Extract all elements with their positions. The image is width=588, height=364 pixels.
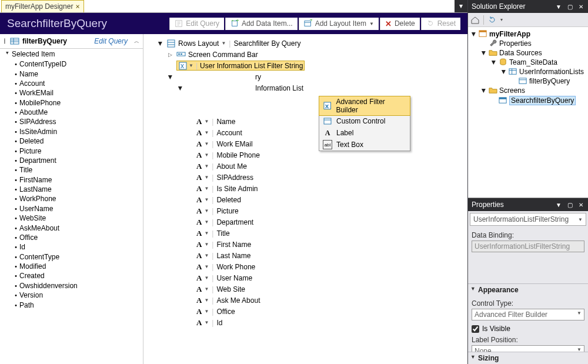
chevron-down-icon[interactable]: ▼ <box>204 309 209 314</box>
field-node[interactable]: A▼|Deleted <box>156 194 467 205</box>
field-node[interactable]: A▼|Web Site <box>156 283 467 295</box>
data-item[interactable]: •WorkEMail <box>4 88 143 98</box>
properties-object-selector[interactable]: UserInformationListFilterString ▼ <box>470 213 586 226</box>
appearance-section[interactable]: ▸ Appearance <box>468 283 588 296</box>
data-item[interactable]: •SIPAddress <box>4 117 143 126</box>
caret-icon[interactable]: ▶ <box>178 84 183 92</box>
data-item[interactable]: •AskMeAbout <box>4 223 143 232</box>
field-node[interactable]: A▼|Office <box>156 306 467 317</box>
caret-icon[interactable]: ▶ <box>168 73 173 81</box>
refresh-icon[interactable] <box>487 15 497 25</box>
chevron-down-icon[interactable]: ▼ <box>204 197 209 202</box>
pin-icon[interactable]: ▢ <box>566 202 574 208</box>
menu-item-label[interactable]: A Label <box>319 127 410 139</box>
chevron-down-icon[interactable]: ▼ <box>204 242 209 247</box>
chevron-down-icon[interactable]: ▾ <box>500 17 503 22</box>
label-position-select[interactable]: None ▼ <box>472 345 584 352</box>
chevron-up-icon[interactable]: ︿ <box>134 38 139 45</box>
data-items-list[interactable]: ▸ Selected Item •ContentTypeID•Name•Acco… <box>0 49 143 364</box>
chevron-down-icon[interactable]: ▼ <box>204 320 209 325</box>
chevron-down-icon[interactable]: ▼ <box>204 152 209 158</box>
reset-button[interactable]: Reset <box>421 18 460 30</box>
data-item[interactable]: •Deleted <box>4 136 143 146</box>
solution-explorer-tree[interactable]: ▶ myFilterApp Properties ▶ Data Sources … <box>468 27 588 198</box>
chevron-down-icon[interactable]: ▼ <box>204 208 209 213</box>
caret-icon[interactable]: ▶ <box>491 59 497 66</box>
chevron-down-icon[interactable]: ▼ <box>204 275 209 280</box>
caret-icon[interactable]: ▶ <box>471 31 477 38</box>
close-icon[interactable]: ✕ <box>577 4 584 10</box>
chevron-down-icon[interactable]: ▼ <box>204 298 209 303</box>
data-item[interactable]: •Title <box>4 165 143 175</box>
checkbox[interactable] <box>472 325 479 333</box>
data-item[interactable]: •UserName <box>4 204 143 213</box>
field-node[interactable]: A▼|Department <box>156 216 467 228</box>
app-node[interactable]: ▶ myFilterApp <box>470 29 587 39</box>
caret-icon[interactable]: ▶ <box>481 50 487 56</box>
dropdown-icon[interactable]: ▼ <box>554 202 563 208</box>
data-item[interactable]: •Name <box>4 69 143 78</box>
data-item[interactable]: •ContentTypeID <box>4 59 143 69</box>
field-node[interactable]: A▼|Ask Me About <box>156 295 467 306</box>
data-item[interactable]: •AboutMe <box>4 108 143 117</box>
data-item[interactable]: •Picture <box>4 146 143 155</box>
chevron-down-icon[interactable]: ▼ <box>204 264 209 269</box>
chevron-down-icon[interactable]: ▼ <box>204 175 209 180</box>
chevron-down-icon[interactable]: ▼ <box>204 219 209 225</box>
data-item[interactable]: •ContentType <box>4 252 143 262</box>
data-item[interactable]: •Owshiddenversion <box>4 281 143 290</box>
data-panel-header[interactable]: ⁞ filterByQuery Edit Query ︿ <box>0 34 143 49</box>
selected-item-header[interactable]: ▸ Selected Item <box>4 49 143 59</box>
field-node[interactable]: A▼|About Me <box>156 161 467 172</box>
chevron-down-icon[interactable]: ▼ <box>204 186 209 191</box>
edit-query-button[interactable]: Edit Query <box>169 18 224 30</box>
field-node[interactable]: A▼|Mobile Phone <box>156 149 467 161</box>
data-item[interactable]: •Modified <box>4 262 143 271</box>
caret-icon[interactable]: ▶ <box>501 69 507 75</box>
data-item[interactable]: •WebSite <box>4 213 143 223</box>
sizing-section[interactable]: ▸ Sizing <box>468 352 588 364</box>
chevron-down-icon[interactable]: ▼ <box>204 253 209 258</box>
is-visible-checkbox[interactable]: Is Visible <box>472 323 584 335</box>
team-sitedata-node[interactable]: ▶ Team_SiteData <box>470 58 587 67</box>
data-item[interactable]: •Version <box>4 290 143 300</box>
chevron-down-icon[interactable]: ▼ <box>204 130 209 135</box>
caret-icon[interactable]: ▶ <box>481 88 487 94</box>
home-icon[interactable] <box>470 15 480 25</box>
delete-button[interactable]: ✕ Delete <box>380 18 420 30</box>
data-item[interactable]: •Department <box>4 156 143 165</box>
dropdown-icon[interactable]: ▼ <box>554 4 563 10</box>
add-data-item-button[interactable]: + Add Data Item... <box>225 18 298 30</box>
chevron-down-icon[interactable]: ▼ <box>204 286 209 292</box>
field-node[interactable]: A▼|Work Phone <box>156 261 467 272</box>
field-node[interactable]: A▼|Account <box>156 127 467 138</box>
properties-node[interactable]: Properties <box>470 39 587 48</box>
user-info-lists-node[interactable]: ▶ UserInformationLists <box>470 67 587 76</box>
user-information-list-node[interactable]: ▶ Information List <box>156 82 467 93</box>
layout-tree[interactable]: ▶ Rows Layout ▼ | Searchfilter By Query … <box>143 34 467 364</box>
data-item[interactable]: •WorkPhone <box>4 194 143 203</box>
chevron-down-icon[interactable]: ▼ <box>204 163 209 169</box>
field-node[interactable]: A▼|User Name <box>156 272 467 283</box>
field-node[interactable]: A▼|Is Site Admin <box>156 183 467 194</box>
pin-icon[interactable]: ▢ <box>566 4 574 10</box>
screen-command-bar-node[interactable]: ▷ Screen Command Bar <box>156 49 467 60</box>
control-type-select[interactable]: Advanced Filter Builder ▼ <box>472 309 584 320</box>
data-item[interactable]: •Path <box>4 300 143 309</box>
data-item[interactable]: •Id <box>4 242 143 252</box>
field-node[interactable]: A▼|Last Name <box>156 250 467 261</box>
chevron-down-icon[interactable]: ▼ <box>204 141 209 146</box>
field-node[interactable]: A▼|SIPAddress <box>156 172 467 183</box>
filter-by-query-node[interactable]: ▶ ry <box>156 71 467 82</box>
close-icon[interactable]: × <box>75 2 79 11</box>
field-node[interactable]: A▼|Title <box>156 228 467 239</box>
data-item[interactable]: •MobilePhone <box>4 98 143 108</box>
data-item[interactable]: •LastName <box>4 185 143 194</box>
data-item[interactable]: •FirstName <box>4 175 143 185</box>
chevron-down-icon[interactable]: ▼ <box>204 231 209 236</box>
field-node[interactable]: A▼|Id <box>156 317 467 328</box>
screen-item-node[interactable]: SearchfilterByQuery <box>470 95 587 106</box>
caret-icon[interactable]: ▷ <box>166 52 174 58</box>
filter-string-node[interactable]: ▶ x ▼ | User Information List Filter Str… <box>156 60 467 71</box>
control-type-menu[interactable]: x Advanced Filter Builder Custom Control… <box>319 96 410 151</box>
